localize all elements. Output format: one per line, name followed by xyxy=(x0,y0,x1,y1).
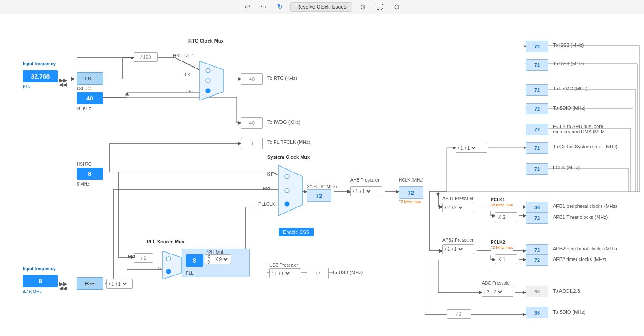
lse-block[interactable]: LSE xyxy=(77,72,103,85)
apb2-timer-label: APB2 timer clocks (MHz) xyxy=(553,257,606,262)
svg-point-91 xyxy=(285,188,289,193)
refresh-button[interactable]: ↻ xyxy=(274,2,285,12)
hclk-block: 72 xyxy=(399,186,423,199)
resolve-clock-button[interactable]: Resolve Clock Issues xyxy=(290,2,352,12)
usb-out-block: 72 xyxy=(307,268,329,279)
svg-line-17 xyxy=(272,172,278,175)
rtc-out-label: To RTC (KHz) xyxy=(267,75,297,81)
lsi-value-block[interactable]: 40 xyxy=(77,92,103,104)
pll-mul-select-block[interactable]: X 9 X 9 xyxy=(205,254,231,264)
lse-mux-label: LSE xyxy=(185,72,193,77)
ahb-div-select[interactable]: / 1 xyxy=(358,189,372,194)
input-freq-lse-label: Input frequency xyxy=(23,61,56,66)
hclk-label: HCLK (MHz) xyxy=(399,178,424,182)
sysclk-block: 72 xyxy=(307,189,331,202)
hse-input-value[interactable]: 8 xyxy=(23,275,58,287)
svg-marker-89 xyxy=(278,165,302,216)
zoom-in-button[interactable]: ⊕ xyxy=(357,2,368,12)
i2s3-label: To I2S3 (MHz) xyxy=(553,61,584,66)
usb-out-label: To USB (MHz) xyxy=(332,270,363,275)
apb2-div-select[interactable]: / 1 xyxy=(450,247,464,252)
fsmc-block: 72 xyxy=(526,84,548,96)
apb1-prescaler-block[interactable]: / 2 / 2 xyxy=(442,203,474,212)
pclk2-max-label: 72 MHz max xyxy=(491,245,513,250)
apb1-peri-label: APB1 peripheral clocks (MHz) xyxy=(553,204,617,209)
svg-marker-93 xyxy=(162,251,182,279)
i2s2-label: To I2S2 (MHz) xyxy=(553,43,584,48)
sdio-top-block: 72 xyxy=(526,103,548,114)
pll-mul-value-block[interactable]: 8 xyxy=(186,254,203,267)
hclk-ahb-label: HCLK to AHB bus, core, xyxy=(553,124,605,129)
hse-block[interactable]: HSE xyxy=(77,277,103,290)
hsi-sys-label: HSI xyxy=(265,172,272,177)
hsi-pll-label: HSI xyxy=(128,254,135,259)
cortex-timer-block: 72 xyxy=(526,142,548,154)
hse-sys-label: HSE xyxy=(263,186,272,191)
lse-input-value[interactable]: 32.768 xyxy=(23,70,58,82)
undo-button[interactable]: ↩ xyxy=(242,2,253,12)
pll-mul-select[interactable]: X 9 xyxy=(213,257,229,262)
hsi-div2-block: / 2 xyxy=(134,253,153,263)
usb-prescaler-block[interactable]: / 1 / 1 xyxy=(269,268,301,278)
svg-point-88 xyxy=(206,89,210,93)
fit-button[interactable]: ⛶ xyxy=(374,2,386,12)
clock-diagram-canvas: Input frequency 32.768 KHz LSE LSI RC 40… xyxy=(0,14,644,336)
iwdg-out-block: 40 xyxy=(241,117,263,129)
adc-div-text: / 2 xyxy=(484,289,489,294)
pll-source-mux-label: PLL Source Mux xyxy=(147,239,184,244)
apb1-div-text: / 2 xyxy=(445,205,450,210)
sdio-div2-block: / 2 xyxy=(447,309,471,319)
pclk1-label: PCLK1 xyxy=(491,197,505,202)
usb-div-select[interactable]: / 1 xyxy=(277,271,291,276)
x1-block: X 1 xyxy=(495,254,517,264)
system-mux[interactable] xyxy=(278,165,304,216)
svg-point-92 xyxy=(285,202,289,206)
cortex-div-text: / 1 xyxy=(458,145,463,150)
toolbar: ↩ ↪ ↻ Resolve Clock Issues ⊕ ⛶ ⊖ xyxy=(0,0,644,14)
pclk2-label: PCLK2 xyxy=(491,240,505,245)
svg-line-5 xyxy=(175,58,199,70)
hse-arrow-left: ◀◀ xyxy=(59,285,67,291)
pll-block-container: *PLLMul 8 X 9 X 9 PLL xyxy=(182,249,250,277)
lse-arrow-left: ◀◀ xyxy=(59,82,67,88)
cortex-div-block[interactable]: / 1 / 1 xyxy=(456,143,487,153)
adc-prescaler-label: ADC Prescaler xyxy=(482,281,511,286)
apb1-peri-block: 36 xyxy=(526,202,548,213)
hclk-ahb-block: 72 xyxy=(526,124,548,135)
sysclk-label: SYSCLK (MHz) xyxy=(307,184,337,189)
rtc-mux[interactable] xyxy=(199,61,226,100)
hclk-ahb-label2: memory and DMA (MHz) xyxy=(553,129,606,134)
i2s2-block: 72 xyxy=(526,41,548,52)
apb2-prescaler-block[interactable]: / 1 / 1 xyxy=(442,244,474,254)
adc-div-select[interactable]: / 2 xyxy=(489,289,503,295)
pllclk-sys-label: PLLCLK xyxy=(258,202,275,207)
system-clock-mux-label: System Clock Mux xyxy=(267,154,310,160)
hse-div1-block[interactable]: / 1 / 1 xyxy=(106,279,133,289)
pll-bottom-label: PLL xyxy=(186,271,194,275)
apb1-prescaler-label: APB1 Prescaler xyxy=(442,196,474,201)
pll-source-mux[interactable] xyxy=(162,251,184,279)
x2-block: X 2 xyxy=(495,212,517,222)
ahb-prescaler-block[interactable]: / 1 / 1 xyxy=(350,186,382,196)
apb2-peri-label: APB2 peripheral clocks (MHz) xyxy=(553,246,617,251)
cortex-div-select[interactable]: / 1 xyxy=(463,145,477,151)
i2s3-block: 72 xyxy=(526,59,548,71)
svg-point-95 xyxy=(166,269,171,274)
svg-point-86 xyxy=(206,68,210,73)
adc-prescaler-block[interactable]: / 2 / 2 xyxy=(482,287,513,297)
redo-button[interactable]: ↪ xyxy=(258,2,269,12)
hse-div1-select[interactable]: / 1 xyxy=(114,281,128,287)
sdio-top-label: To SDIO (MHz) xyxy=(553,105,586,111)
enable-css-button[interactable]: Enable CSS xyxy=(279,228,314,236)
hse-unit-label: 4-16 MHz xyxy=(23,290,42,294)
ahb-prescaler-label: AHB Prescaler xyxy=(350,178,379,182)
flitf-out-label: To FLITFCLK (MHz) xyxy=(267,139,310,145)
lsi-khz-label: 40 KHz xyxy=(77,106,91,111)
hclk-max-label: 72 MHz max xyxy=(399,200,421,204)
rtc-out-block: 40 xyxy=(241,73,263,85)
svg-point-87 xyxy=(206,79,210,83)
apb1-div-select[interactable]: / 2 xyxy=(450,205,464,211)
sdio-out-block: 36 xyxy=(526,307,548,318)
zoom-out-button[interactable]: ⊖ xyxy=(391,2,402,12)
hsi-value-block[interactable]: 8 xyxy=(77,168,103,180)
